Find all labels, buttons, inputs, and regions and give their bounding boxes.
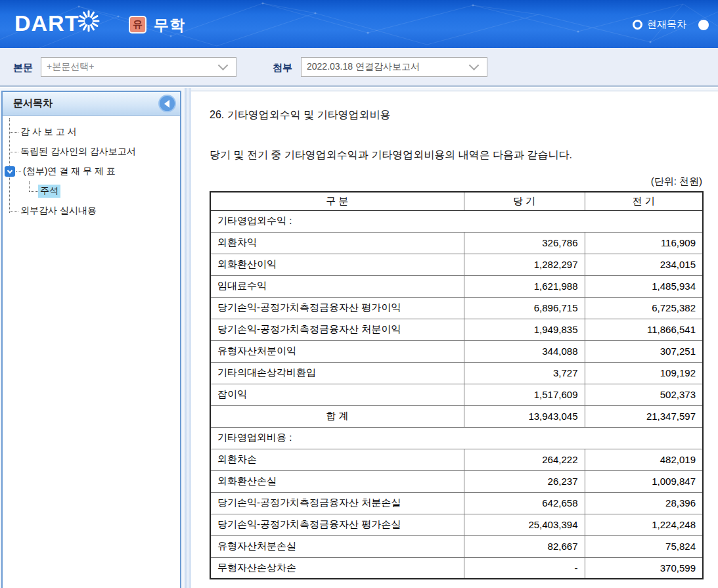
row-label-cell: 외환차손: [210, 449, 464, 470]
row-label-cell: 당기손익-공정가치측정금융자산 처분이익: [210, 319, 464, 340]
toc-tree-item: 감 사 보 고 서: [3, 122, 180, 142]
chevron-down-icon: [469, 60, 480, 70]
table-header: 구 분당 기전 기: [210, 192, 703, 210]
table-row: 잡이익1,517,609502,373: [210, 384, 703, 405]
table-row: 임대료수익1,621,9881,485,934: [210, 275, 703, 297]
chevron-down-icon: [7, 168, 12, 173]
toc-item-label[interactable]: 감 사 보 고 서: [18, 125, 79, 139]
row-label-cell: 임대료수익: [210, 275, 464, 297]
table-header-row: 구 분당 기전 기: [210, 192, 703, 210]
document-toc-sidebar: 문서목차 감 사 보 고 서독립된 감사인의 감사보고서(첨부)연 결 재 무 …: [1, 91, 181, 588]
current-period-value-cell: 264,222: [464, 449, 585, 470]
table-row: 무형자산손상차손-370,599: [210, 557, 703, 579]
row-label-cell: 합 계: [210, 405, 464, 427]
row-label-cell: 외화환산손실: [210, 470, 464, 492]
body-select-dropdown[interactable]: +본문선택+: [41, 57, 236, 77]
current-period-value-cell: 1,517,609: [464, 384, 585, 405]
tree-branch-stub: [10, 132, 18, 133]
previous-period-value-cell: 109,192: [585, 362, 703, 384]
previous-period-value-cell: 502,373: [585, 384, 703, 405]
table-row: 당기손익-공정가치측정금융자산 처분이익1,949,83511,866,541: [210, 319, 703, 340]
table-row: 외화환산손실26,2371,009,847: [210, 470, 703, 492]
row-label-cell: 잡이익: [210, 384, 464, 405]
workspace: 문서목차 감 사 보 고 서독립된 감사인의 감사보고서(첨부)연 결 재 무 …: [0, 88, 718, 588]
current-toc-radio-label[interactable]: 현재목차: [647, 18, 686, 31]
body-select-value: +본문선택+: [41, 61, 219, 73]
table-row: 유형자산처분손실82,66775,824: [210, 535, 703, 557]
table-row: 합 계13,943,04521,347,597: [210, 405, 703, 427]
row-label-cell: 유형자산처분이익: [210, 340, 464, 362]
company-name: 무학: [154, 15, 185, 35]
column-header: 전 기: [585, 192, 703, 210]
tree-branch-stub: [10, 152, 18, 152]
toc-item-label[interactable]: 주석: [38, 185, 60, 198]
toc-item-label[interactable]: (첨부)연 결 재 무 제 표: [21, 165, 118, 178]
current-period-value-cell: 642,658: [464, 492, 585, 514]
current-period-value-cell: 326,786: [464, 232, 585, 254]
dart-logo[interactable]: DART: [14, 11, 101, 36]
table-row: 당기손익-공정가치측정금융자산 평가이익6,896,7156,725,382: [210, 297, 703, 319]
full-toc-radio[interactable]: [698, 20, 709, 30]
market-type-badge: 유: [129, 16, 146, 34]
current-period-value-cell: 6,896,715: [464, 297, 585, 319]
sidebar-header: 문서목차: [3, 92, 180, 116]
table-row: 외화환산이익1,282,297234,015: [210, 254, 703, 275]
previous-period-value-cell: 370,599: [585, 557, 703, 579]
chevron-down-icon: [218, 60, 229, 70]
dart-viewer-page: DART 유 무학: [0, 0, 718, 588]
previous-period-value-cell: 11,866,541: [585, 319, 703, 340]
current-period-value-cell: 1,949,835: [464, 319, 585, 340]
section-header-cell: 기타영업외비용 :: [210, 427, 703, 449]
table-row: 유형자산처분이익344,088307,251: [210, 340, 703, 362]
previous-period-value-cell: 1,224,248: [585, 514, 703, 535]
row-label-cell: 외화환산이익: [210, 254, 464, 275]
attachment-select-label: 첨부: [273, 62, 292, 74]
toc-tree-item: (첨부)연 결 재 무 제 표: [3, 162, 180, 181]
table-body: 기타영업외수익 :외환차익326,786116,909외화환산이익1,282,2…: [210, 210, 703, 579]
sidebar-title: 문서목차: [13, 97, 53, 110]
column-header: 당 기: [464, 192, 585, 210]
header-mesh-pattern: [0, 0, 718, 48]
table-row: 당기손익-공정가치측정금융자산 평가손실25,403,3941,224,248: [210, 514, 703, 535]
toc-tree-item: 주석: [3, 181, 180, 201]
current-period-value-cell: 344,088: [464, 340, 585, 362]
current-period-value-cell: 26,237: [464, 470, 585, 492]
dart-logo-swirl-icon: [76, 9, 101, 34]
panel-splitter[interactable]: [184, 88, 191, 588]
toc-radio-group: 현재목차: [633, 18, 709, 31]
toc-tree: 감 사 보 고 서독립된 감사인의 감사보고서(첨부)연 결 재 무 제 표주석…: [3, 116, 180, 221]
table-row: 기타의대손상각비환입3,727109,192: [210, 362, 703, 384]
toc-item-label[interactable]: 독립된 감사인의 감사보고서: [18, 145, 138, 158]
app-header: DART 유 무학: [0, 0, 718, 48]
previous-period-value-cell: 6,725,382: [585, 297, 703, 319]
toc-tree-item: 외부감사 실시내용: [3, 201, 180, 221]
previous-period-value-cell: 307,251: [585, 340, 703, 362]
previous-period-value-cell: 116,909: [585, 232, 703, 254]
financial-table: 구 분당 기전 기 기타영업외수익 :외환차익326,786116,909외화환…: [210, 191, 704, 579]
table-row: 외환차익326,786116,909: [210, 232, 703, 254]
current-toc-radio[interactable]: [633, 20, 642, 30]
sidebar-collapse-button[interactable]: [158, 95, 176, 112]
current-period-value-cell: 25,403,394: [464, 514, 585, 535]
previous-period-value-cell: 28,396: [585, 492, 703, 514]
table-row: 기타영업외비용 :: [210, 427, 703, 449]
attachment-select-dropdown[interactable]: 2022.03.18 연결감사보고서: [301, 57, 487, 77]
expand-collapse-icon[interactable]: [5, 166, 15, 177]
toc-item-label[interactable]: 외부감사 실시내용: [18, 204, 99, 217]
previous-period-value-cell: 21,347,597: [585, 405, 703, 427]
document-body: 26. 기타영업외수익 및 기타영업외비용 당기 및 전기 중 기타영업외수익과…: [191, 108, 718, 579]
row-label-cell: 당기손익-공정가치측정금융자산 평가이익: [210, 297, 464, 319]
table-row: 당기손익-공정가치측정금융자산 처분손실642,65828,396: [210, 492, 703, 514]
document-content-pane: 26. 기타영업외수익 및 기타영업외비용 당기 및 전기 중 기타영업외수익과…: [191, 91, 718, 588]
triangle-left-icon: [164, 100, 169, 108]
section-title: 26. 기타영업외수익 및 기타영업외비용: [210, 108, 718, 122]
tree-branch-stub: [16, 171, 21, 172]
current-period-value-cell: 1,621,988: [464, 275, 585, 297]
row-label-cell: 유형자산처분손실: [210, 535, 464, 557]
table-row: 외환차손264,222482,019: [210, 449, 703, 470]
row-label-cell: 기타의대손상각비환입: [210, 362, 464, 384]
previous-period-value-cell: 75,824: [585, 535, 703, 557]
table-row: 기타영업외수익 :: [210, 210, 703, 232]
attachment-select-value: 2022.03.18 연결감사보고서: [302, 61, 470, 73]
current-period-value-cell: 82,667: [464, 535, 585, 557]
